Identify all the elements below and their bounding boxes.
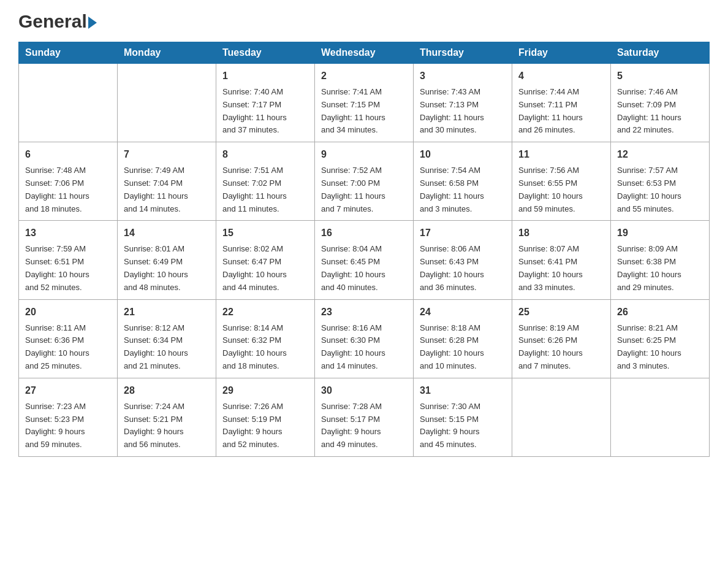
day-info: Sunrise: 8:09 AM Sunset: 6:38 PM Dayligh…	[617, 243, 703, 294]
day-info: Sunrise: 7:54 AM Sunset: 6:58 PM Dayligh…	[420, 164, 506, 215]
calendar-cell: 10Sunrise: 7:54 AM Sunset: 6:58 PM Dayli…	[414, 142, 512, 221]
day-number: 11	[518, 147, 604, 162]
day-number: 17	[420, 226, 506, 240]
day-number: 13	[25, 226, 111, 240]
calendar-cell: 1Sunrise: 7:40 AM Sunset: 7:17 PM Daylig…	[216, 64, 315, 142]
day-number: 9	[321, 147, 407, 162]
day-info: Sunrise: 8:07 AM Sunset: 6:41 PM Dayligh…	[518, 243, 604, 294]
calendar-week-2: 6Sunrise: 7:48 AM Sunset: 7:06 PM Daylig…	[19, 142, 710, 221]
day-info: Sunrise: 7:59 AM Sunset: 6:51 PM Dayligh…	[25, 243, 111, 294]
day-info: Sunrise: 7:49 AM Sunset: 7:04 PM Dayligh…	[124, 164, 210, 215]
day-number: 29	[222, 383, 308, 398]
day-info: Sunrise: 8:21 AM Sunset: 6:25 PM Dayligh…	[617, 322, 703, 373]
calendar-cell: 21Sunrise: 8:12 AM Sunset: 6:34 PM Dayli…	[118, 299, 216, 378]
day-number: 15	[222, 226, 308, 240]
calendar-cell: 13Sunrise: 7:59 AM Sunset: 6:51 PM Dayli…	[19, 221, 118, 299]
calendar-header-sunday: Sunday	[19, 42, 118, 64]
calendar-cell: 15Sunrise: 8:02 AM Sunset: 6:47 PM Dayli…	[216, 221, 315, 299]
calendar-header-thursday: Thursday	[414, 42, 512, 64]
day-number: 8	[222, 147, 308, 162]
day-number: 6	[25, 147, 111, 162]
calendar-cell: 14Sunrise: 8:01 AM Sunset: 6:49 PM Dayli…	[118, 221, 216, 299]
day-info: Sunrise: 8:02 AM Sunset: 6:47 PM Dayligh…	[222, 243, 308, 294]
calendar-cell: 30Sunrise: 7:28 AM Sunset: 5:17 PM Dayli…	[315, 378, 414, 456]
day-number: 14	[124, 226, 210, 240]
day-info: Sunrise: 7:44 AM Sunset: 7:11 PM Dayligh…	[518, 86, 604, 137]
day-number: 2	[321, 69, 407, 83]
calendar-header-wednesday: Wednesday	[315, 42, 414, 64]
day-info: Sunrise: 8:04 AM Sunset: 6:45 PM Dayligh…	[321, 243, 407, 294]
calendar-header-saturday: Saturday	[611, 42, 710, 64]
logo: General	[18, 12, 97, 29]
day-info: Sunrise: 7:26 AM Sunset: 5:19 PM Dayligh…	[222, 400, 308, 451]
day-info: Sunrise: 7:52 AM Sunset: 7:00 PM Dayligh…	[321, 164, 407, 215]
day-number: 5	[617, 69, 703, 83]
calendar-table: SundayMondayTuesdayWednesdayThursdayFrid…	[18, 42, 710, 457]
day-info: Sunrise: 7:28 AM Sunset: 5:17 PM Dayligh…	[321, 400, 407, 451]
calendar-cell: 6Sunrise: 7:48 AM Sunset: 7:06 PM Daylig…	[19, 142, 118, 221]
day-info: Sunrise: 8:12 AM Sunset: 6:34 PM Dayligh…	[124, 322, 210, 373]
day-number: 31	[420, 383, 506, 398]
calendar-cell: 16Sunrise: 8:04 AM Sunset: 6:45 PM Dayli…	[315, 221, 414, 299]
calendar-cell: 27Sunrise: 7:23 AM Sunset: 5:23 PM Dayli…	[19, 378, 118, 456]
day-info: Sunrise: 7:23 AM Sunset: 5:23 PM Dayligh…	[25, 400, 111, 451]
calendar-cell: 26Sunrise: 8:21 AM Sunset: 6:25 PM Dayli…	[611, 299, 710, 378]
day-info: Sunrise: 7:46 AM Sunset: 7:09 PM Dayligh…	[617, 86, 703, 137]
day-info: Sunrise: 7:56 AM Sunset: 6:55 PM Dayligh…	[518, 164, 604, 215]
calendar-cell	[118, 64, 216, 142]
day-info: Sunrise: 8:01 AM Sunset: 6:49 PM Dayligh…	[124, 243, 210, 294]
calendar-cell: 2Sunrise: 7:41 AM Sunset: 7:15 PM Daylig…	[315, 64, 414, 142]
day-info: Sunrise: 7:30 AM Sunset: 5:15 PM Dayligh…	[420, 400, 506, 451]
day-number: 1	[222, 69, 308, 83]
day-info: Sunrise: 7:43 AM Sunset: 7:13 PM Dayligh…	[420, 86, 506, 137]
logo-line1: General	[18, 12, 97, 31]
calendar-cell: 31Sunrise: 7:30 AM Sunset: 5:15 PM Dayli…	[414, 378, 512, 456]
calendar-cell: 8Sunrise: 7:51 AM Sunset: 7:02 PM Daylig…	[216, 142, 315, 221]
calendar-cell: 19Sunrise: 8:09 AM Sunset: 6:38 PM Dayli…	[611, 221, 710, 299]
day-number: 28	[124, 383, 210, 398]
calendar-week-4: 20Sunrise: 8:11 AM Sunset: 6:36 PM Dayli…	[19, 299, 710, 378]
day-info: Sunrise: 7:51 AM Sunset: 7:02 PM Dayligh…	[222, 164, 308, 215]
day-number: 27	[25, 383, 111, 398]
calendar-cell: 12Sunrise: 7:57 AM Sunset: 6:53 PM Dayli…	[611, 142, 710, 221]
page-header: General	[18, 12, 710, 29]
calendar-header-friday: Friday	[512, 42, 611, 64]
calendar-header-monday: Monday	[118, 42, 216, 64]
calendar-cell	[611, 378, 710, 456]
calendar-header-row: SundayMondayTuesdayWednesdayThursdayFrid…	[19, 42, 710, 64]
day-info: Sunrise: 8:16 AM Sunset: 6:30 PM Dayligh…	[321, 322, 407, 373]
day-number: 25	[518, 305, 604, 320]
day-number: 4	[518, 69, 604, 83]
day-number: 20	[25, 305, 111, 320]
calendar-cell: 24Sunrise: 8:18 AM Sunset: 6:28 PM Dayli…	[414, 299, 512, 378]
calendar-week-3: 13Sunrise: 7:59 AM Sunset: 6:51 PM Dayli…	[19, 221, 710, 299]
day-info: Sunrise: 7:48 AM Sunset: 7:06 PM Dayligh…	[25, 164, 111, 215]
calendar-cell: 28Sunrise: 7:24 AM Sunset: 5:21 PM Dayli…	[118, 378, 216, 456]
day-number: 16	[321, 226, 407, 240]
calendar-week-5: 27Sunrise: 7:23 AM Sunset: 5:23 PM Dayli…	[19, 378, 710, 456]
calendar-cell: 7Sunrise: 7:49 AM Sunset: 7:04 PM Daylig…	[118, 142, 216, 221]
day-info: Sunrise: 8:11 AM Sunset: 6:36 PM Dayligh…	[25, 322, 111, 373]
calendar-cell: 17Sunrise: 8:06 AM Sunset: 6:43 PM Dayli…	[414, 221, 512, 299]
calendar-week-1: 1Sunrise: 7:40 AM Sunset: 7:17 PM Daylig…	[19, 64, 710, 142]
logo-arrow-icon	[88, 17, 97, 29]
calendar-cell	[512, 378, 611, 456]
calendar-cell	[19, 64, 118, 142]
day-info: Sunrise: 7:41 AM Sunset: 7:15 PM Dayligh…	[321, 86, 407, 137]
day-number: 19	[617, 226, 703, 240]
day-number: 26	[617, 305, 703, 320]
day-number: 21	[124, 305, 210, 320]
calendar-cell: 4Sunrise: 7:44 AM Sunset: 7:11 PM Daylig…	[512, 64, 611, 142]
day-number: 12	[617, 147, 703, 162]
day-info: Sunrise: 7:40 AM Sunset: 7:17 PM Dayligh…	[222, 86, 308, 137]
calendar-cell: 5Sunrise: 7:46 AM Sunset: 7:09 PM Daylig…	[611, 64, 710, 142]
day-number: 3	[420, 69, 506, 83]
day-number: 7	[124, 147, 210, 162]
calendar-cell: 29Sunrise: 7:26 AM Sunset: 5:19 PM Dayli…	[216, 378, 315, 456]
calendar-cell: 18Sunrise: 8:07 AM Sunset: 6:41 PM Dayli…	[512, 221, 611, 299]
calendar-header-tuesday: Tuesday	[216, 42, 315, 64]
day-info: Sunrise: 8:06 AM Sunset: 6:43 PM Dayligh…	[420, 243, 506, 294]
calendar-cell: 22Sunrise: 8:14 AM Sunset: 6:32 PM Dayli…	[216, 299, 315, 378]
calendar-cell: 23Sunrise: 8:16 AM Sunset: 6:30 PM Dayli…	[315, 299, 414, 378]
calendar-cell: 9Sunrise: 7:52 AM Sunset: 7:00 PM Daylig…	[315, 142, 414, 221]
